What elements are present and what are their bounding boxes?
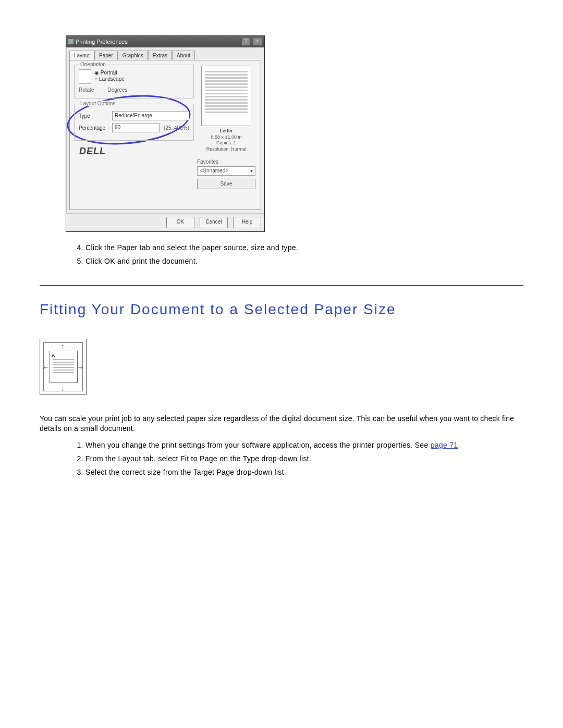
step-b3-c: drop-down list. (234, 468, 286, 476)
step-b3: Select the correct size from the Target … (85, 468, 523, 476)
arrow-up-icon: ↑ (61, 342, 65, 351)
dialog-titlebar: Printing Preferences ? × (66, 36, 264, 47)
rotate-label: Rotate (79, 87, 94, 93)
orientation-group: Orientation ◉ Portrait ○ Landscape Rotat… (74, 65, 194, 98)
fit-to-page-icon: A ↑ ↓ ← → (40, 339, 87, 395)
steps-list-a: Click the Paper tab and select the paper… (40, 243, 523, 265)
percentage-label: Percentage (79, 125, 108, 131)
landscape-radio[interactable]: ○ Landscape (94, 76, 125, 82)
layout-options-legend: Layout Options (79, 101, 117, 106)
divider (40, 285, 523, 286)
printing-preferences-dialog: Printing Preferences ? × Layout Paper Gr… (66, 35, 265, 232)
favorites-value: <Unnamed> (200, 167, 228, 175)
step-b1-text: When you change the print settings from … (85, 441, 431, 449)
tab-extras[interactable]: Extras (148, 51, 172, 60)
step-5-text-b: and print the document. (115, 257, 198, 265)
type-label: Type (79, 113, 108, 119)
landscape-label: Landscape (99, 76, 125, 82)
favorites-legend: Favorites (197, 159, 255, 165)
tab-panel: Orientation ◉ Portrait ○ Landscape Rotat… (69, 60, 261, 210)
tab-strip: Layout Paper Graphics Extras About (69, 51, 261, 60)
portrait-label: Portrait (101, 70, 117, 76)
step-5: Click OK and print the document. (85, 257, 523, 265)
printing-preferences-screenshot: Printing Preferences ? × Layout Paper Gr… (66, 35, 523, 232)
tab-layout[interactable]: Layout (69, 51, 94, 60)
step-b2-e: on the (217, 454, 243, 463)
intro-paragraph: You can scale your print job to any sele… (40, 414, 523, 434)
step-b2-type: Type (243, 454, 260, 463)
tab-about[interactable]: About (172, 51, 195, 60)
step-4-text: Click the Paper tab and select the paper… (85, 243, 298, 252)
arrow-right-icon: → (77, 363, 84, 372)
step-5-text-a: Click (85, 257, 104, 265)
ok-button[interactable]: OK (166, 217, 194, 228)
step-b2-c: tab, select (141, 454, 180, 463)
help-button[interactable]: Help (233, 217, 261, 228)
layout-options-group: Layout Options Type Reduce/Enlarge Perce… (74, 104, 194, 141)
orientation-icon (79, 69, 91, 84)
preview-copies-label: Copies: (216, 140, 232, 145)
step-b2-fit: Fit to Page (180, 454, 217, 463)
step-b3-target: Target Page (193, 468, 235, 476)
percentage-range: (25..400%) (164, 125, 189, 131)
preview-pane: Letter 8.50 x 11.00 in Copies: 1 Resolut… (197, 66, 255, 189)
fit-icon-letter: A (52, 353, 55, 358)
type-dropdown[interactable]: Reduce/Enlarge (112, 111, 189, 120)
arrow-left-icon: ← (42, 363, 50, 372)
step-b2-a: From the (85, 454, 118, 463)
page-71-link[interactable]: page 71 (431, 441, 458, 449)
percentage-spinner[interactable]: 90 (112, 123, 160, 132)
step-4: Click the Paper tab and select the paper… (85, 243, 523, 252)
dell-logo: DELL (79, 146, 194, 157)
portrait-radio[interactable]: ◉ Portrait (94, 70, 125, 76)
dialog-button-row: OK Cancel Help (66, 213, 264, 231)
help-window-button[interactable]: ? (241, 38, 251, 46)
step-b2: From the Layout tab, select Fit to Page … (85, 454, 523, 463)
preview-resolution-value: Normal (231, 146, 246, 152)
steps-list-b: When you change the print settings from … (40, 441, 523, 476)
orientation-legend: Orientation (79, 61, 107, 67)
step-b2-g: drop-down list. (259, 454, 311, 463)
step-b1: When you change the print settings from … (85, 441, 523, 449)
section-heading: Fitting Your Document to a Selected Pape… (40, 301, 523, 318)
cancel-button[interactable]: Cancel (200, 217, 228, 228)
preview-copies-value: 1 (234, 140, 236, 145)
app-icon (68, 39, 74, 44)
step-b3-a: Select the correct size from the (85, 468, 193, 476)
close-window-button[interactable]: × (253, 38, 262, 46)
dialog-title: Printing Preferences (76, 39, 239, 45)
preview-paper-name: Letter (197, 128, 255, 134)
step-b1-dot: . (458, 441, 460, 449)
chevron-down-icon: ▾ (250, 167, 253, 175)
preview-page-icon (201, 66, 251, 126)
degrees-label: Degrees (107, 87, 127, 93)
arrow-down-icon: ↓ (61, 384, 65, 392)
favorites-dropdown[interactable]: <Unnamed>▾ (197, 166, 255, 176)
step-b2-layout: Layout (118, 454, 141, 463)
tab-graphics[interactable]: Graphics (118, 51, 148, 60)
tab-paper[interactable]: Paper (94, 51, 118, 60)
step-5-ok: OK (104, 257, 115, 265)
favorites-save-button[interactable]: Save (197, 179, 255, 189)
preview-resolution-label: Resolution: (206, 146, 230, 152)
preview-paper-dims: 8.50 x 11.00 in (197, 134, 255, 141)
